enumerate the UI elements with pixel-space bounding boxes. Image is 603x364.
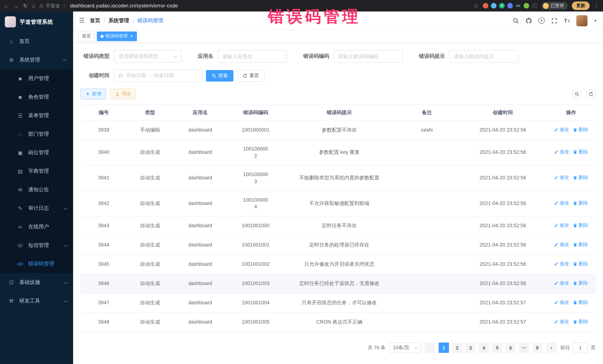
edit-link[interactable]: 修改 bbox=[554, 261, 569, 267]
sidebar-item-errorcode[interactable]: </>错误码管理 bbox=[0, 255, 73, 273]
edit-link[interactable]: 修改 bbox=[554, 149, 569, 155]
sidebar-item-system[interactable]: ⚙系统管理 bbox=[0, 51, 73, 69]
page-button-3[interactable]: 3 bbox=[465, 342, 476, 353]
delete-link[interactable]: 删除 bbox=[573, 222, 588, 229]
toggle-search-button[interactable] bbox=[572, 89, 581, 99]
table-row[interactable]: 3948自动生成dashboard1001001005CRON 表达式不正确20… bbox=[81, 313, 596, 332]
edit-link[interactable]: 修改 bbox=[554, 222, 569, 229]
tab-home[interactable]: 首页 bbox=[78, 31, 95, 41]
forward-icon[interactable]: → bbox=[13, 3, 19, 9]
next-page-button[interactable]: › bbox=[546, 342, 557, 353]
tab-error-code[interactable]: 错误码管理 × bbox=[97, 31, 137, 41]
sidebar-item-online[interactable]: ∞在线用户 bbox=[0, 218, 73, 236]
breadcrumb-system[interactable]: 系统管理 bbox=[108, 17, 129, 24]
delete-link[interactable]: 删除 bbox=[573, 299, 588, 306]
table-row[interactable]: 3947自动生成dashboard1001001004只有开启状态的任务，才可以… bbox=[81, 294, 596, 313]
delete-link[interactable]: 删除 bbox=[573, 280, 588, 287]
reset-button[interactable]: 重置 bbox=[237, 70, 265, 81]
security-indicator[interactable]: ⚠ 不安全 | bbox=[39, 2, 66, 9]
edit-link[interactable]: 修改 bbox=[554, 319, 569, 325]
sidebar-item-user[interactable]: ☻用户管理 bbox=[0, 69, 73, 88]
github-icon[interactable] bbox=[525, 17, 532, 24]
table-row[interactable]: 3942自动生成dashboard1001000004不允许获取敏感配置到前端2… bbox=[81, 191, 596, 217]
extension-pin-icon[interactable] bbox=[532, 3, 537, 9]
refresh-table-button[interactable] bbox=[586, 89, 596, 99]
app-name-input[interactable] bbox=[222, 54, 282, 59]
add-button[interactable]: 新增 bbox=[81, 88, 106, 99]
update-button[interactable]: 更新 bbox=[572, 1, 590, 10]
delete-link[interactable]: 删除 bbox=[573, 319, 588, 325]
back-icon[interactable]: ← bbox=[4, 3, 9, 9]
table-row[interactable]: 3941自动生成dashboard1001000003不能删除类型为系统内置的参… bbox=[81, 166, 596, 191]
delete-link[interactable]: 删除 bbox=[573, 149, 588, 155]
search-button[interactable]: 搜索 bbox=[206, 70, 233, 81]
delete-link[interactable]: 删除 bbox=[573, 126, 588, 133]
table-row[interactable]: 3946自动生成dashboard1001001003定时任务已经处于该状态，无… bbox=[81, 275, 596, 294]
sidebar-item-sms[interactable]: ☏短信管理 bbox=[0, 236, 73, 255]
browser-home-icon[interactable]: ⌂ bbox=[32, 3, 35, 9]
extension-green-v-icon[interactable]: V bbox=[499, 3, 505, 9]
edit-link[interactable]: 修改 bbox=[554, 299, 569, 306]
prev-page-button[interactable]: ‹ bbox=[425, 342, 435, 353]
page-button-4[interactable]: 4 bbox=[479, 342, 489, 353]
extension-indigo-icon[interactable] bbox=[507, 3, 513, 9]
extension-on-icon[interactable]: on bbox=[515, 3, 521, 9]
sidebar-item-auditlog[interactable]: ✎审计日志 bbox=[0, 199, 73, 218]
sidebar-item-menu[interactable]: ☰菜单管理 bbox=[0, 106, 73, 125]
font-size-icon[interactable]: TT bbox=[564, 17, 570, 24]
delete-link[interactable]: 删除 bbox=[573, 242, 588, 248]
sidebar-item-home[interactable]: ⌂首页 bbox=[0, 32, 73, 51]
goto-page-input[interactable] bbox=[573, 342, 588, 353]
browser-menu-icon[interactable]: ⋮ bbox=[594, 3, 599, 9]
reload-icon[interactable]: ↻ bbox=[23, 3, 28, 9]
tab-close-icon[interactable]: × bbox=[130, 33, 133, 39]
page-size-select[interactable]: 10条/页 bbox=[389, 342, 421, 353]
app-logo[interactable]: 芋道管理系统 bbox=[0, 11, 73, 32]
page-button-1[interactable]: 1 bbox=[439, 342, 449, 353]
user-avatar[interactable] bbox=[576, 15, 587, 26]
sidebar-item-dept[interactable]: ∴部门管理 bbox=[0, 125, 73, 143]
edit-link[interactable]: 修改 bbox=[554, 200, 569, 207]
page-button-6[interactable]: 6 bbox=[505, 342, 516, 353]
extension-green-icon[interactable] bbox=[524, 3, 529, 9]
sidebar-item-notice[interactable]: ✉通知公告 bbox=[0, 180, 73, 199]
table-row[interactable]: 3945自动生成dashboard1001001002只允许修改为开启或者关闭状… bbox=[81, 255, 596, 275]
breadcrumb-home[interactable]: 首页 bbox=[90, 17, 100, 24]
export-button[interactable]: 导出 bbox=[110, 88, 136, 99]
delete-link[interactable]: 删除 bbox=[573, 261, 588, 267]
date-range-picker[interactable]: 开始日期 - 结束日期 bbox=[114, 69, 202, 82]
url-bar[interactable]: dashboard.yudao.iocoder.cn/system/error-… bbox=[70, 3, 178, 9]
sidebar-item-post[interactable]: ▣岗位管理 bbox=[0, 143, 73, 162]
hamburger-icon[interactable]: ☰ bbox=[79, 17, 85, 24]
sidebar-item-infra[interactable]: ☑基础设施 bbox=[0, 273, 73, 292]
delete-link[interactable]: 删除 bbox=[573, 200, 588, 207]
help-icon[interactable]: ? bbox=[538, 17, 545, 24]
edit-link[interactable]: 修改 bbox=[554, 242, 569, 248]
table-row[interactable]: 3944自动生成dashboard1001001001定时任务的处理器已经存在2… bbox=[81, 236, 596, 255]
edit-link[interactable]: 修改 bbox=[554, 280, 569, 287]
fullscreen-icon[interactable] bbox=[551, 17, 558, 24]
browser-profile-chip[interactable]: 已暂停 bbox=[541, 2, 568, 10]
error-type-select[interactable]: 请选择错误码类型 bbox=[114, 50, 181, 63]
search-icon[interactable] bbox=[512, 17, 519, 24]
edit-link[interactable]: 修改 bbox=[554, 126, 569, 133]
bookmark-star-icon[interactable]: ☆ bbox=[474, 3, 479, 9]
sidebar-item-devtool[interactable]: ⚒研发工具 bbox=[0, 292, 73, 310]
table-row[interactable]: 3939手动编辑dashboard1001000001参数配置不存在ceshi2… bbox=[81, 121, 596, 140]
error-msg-input[interactable] bbox=[454, 54, 514, 59]
extension-red-icon[interactable] bbox=[483, 3, 488, 9]
edit-link[interactable]: 修改 bbox=[554, 174, 569, 181]
extension-blue-icon[interactable] bbox=[491, 3, 497, 9]
page-button-2[interactable]: 2 bbox=[452, 342, 462, 353]
refresh-icon bbox=[243, 73, 247, 78]
page-ellipsis[interactable]: ••• bbox=[519, 342, 529, 353]
delete-link[interactable]: 删除 bbox=[573, 174, 588, 181]
error-code-input[interactable] bbox=[338, 54, 398, 59]
page-button-5[interactable]: 5 bbox=[492, 342, 502, 353]
sidebar-item-dict[interactable]: ▤字典管理 bbox=[0, 162, 73, 180]
sidebar-item-role[interactable]: ☻角色管理 bbox=[0, 88, 73, 106]
table-row[interactable]: 3940自动生成dashboard1001000002参数配置 key 重复20… bbox=[81, 140, 596, 166]
page-button-8[interactable]: 8 bbox=[532, 342, 543, 353]
avatar-caret-icon[interactable]: ▼ bbox=[594, 19, 597, 22]
table-row[interactable]: 3943自动生成dashboard1001001000定时任务不存在2021-0… bbox=[81, 217, 596, 236]
